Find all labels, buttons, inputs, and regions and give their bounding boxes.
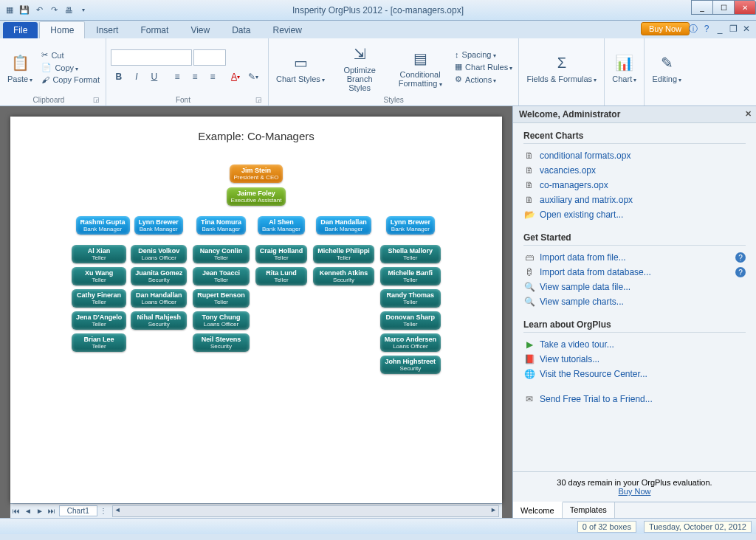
actions-button[interactable]: ⚙Actions (453, 74, 514, 85)
h-scrollbar[interactable] (112, 505, 499, 517)
node-employee[interactable]: Michelle PhilippiTeller (313, 245, 374, 263)
tab-home[interactable]: Home (39, 21, 85, 38)
sample-charts-link[interactable]: 🔍View sample charts... (523, 294, 746, 309)
node-employee[interactable]: Brian LeeTeller (72, 333, 126, 352)
minimize-button[interactable]: _ (691, 0, 713, 15)
node-employee[interactable]: Craig HollandTeller (255, 245, 308, 263)
node-ceo[interactable]: Jim SteinPresident & CEO (230, 165, 284, 183)
node-employee[interactable]: Nihal RahjeshSecurity (131, 311, 187, 330)
help-icon[interactable]: ? (735, 267, 746, 277)
chart-page[interactable]: Example: Co-Managers Jim SteinPresident … (10, 117, 502, 503)
node-employee[interactable]: Juanita GomezSecurity (131, 267, 187, 285)
tab-data[interactable]: Data (221, 21, 261, 38)
spacing-button[interactable]: ↕Spacing (453, 49, 514, 60)
node-employee[interactable]: Jena D'AngeloTeller (72, 311, 126, 330)
sheet-first[interactable]: ⏮ (10, 507, 22, 515)
sheet-prev[interactable]: ◄ (22, 507, 34, 515)
node-manager[interactable]: Rashmi GuptaBank Manager (76, 216, 130, 235)
qat-dropdown[interactable] (77, 4, 90, 17)
redo-icon[interactable]: ↷ (47, 4, 61, 17)
node-employee[interactable]: Cathy FineranTeller (72, 289, 126, 308)
cut-button[interactable]: ✂Cut (40, 49, 101, 60)
node-employee[interactable]: Tony ChungLoans Officer (193, 311, 250, 330)
node-employee[interactable]: Marco AndersenLoans Officer (380, 333, 441, 352)
node-employee[interactable]: Nancy ConlinTeller (193, 245, 250, 263)
font-size-select[interactable] (193, 49, 226, 66)
chart-rules-button[interactable]: ▦Chart Rules (453, 61, 514, 72)
save-icon[interactable]: 💾 (18, 4, 31, 17)
sample-file-link[interactable]: 🔍View sample data file... (523, 280, 746, 294)
node-employee[interactable]: Xu WangTeller (72, 267, 126, 285)
node-employee[interactable]: Donovan SharpTeller (380, 311, 441, 330)
node-employee[interactable]: Al XianTeller (72, 245, 126, 263)
editing-button[interactable]: ✎Editing (649, 40, 684, 94)
video-tour-link[interactable]: ▶Take a video tour... (523, 337, 746, 352)
node-employee[interactable]: Shella MalloryTeller (380, 245, 441, 263)
node-employee[interactable]: Denis VolkovLoans Officer (131, 245, 187, 263)
node-employee[interactable]: Dan HandallanLoans Officer (131, 289, 187, 308)
open-existing-link[interactable]: 📂Open existing chart... (523, 207, 746, 222)
bold-button[interactable]: B (111, 69, 127, 85)
node-employee[interactable]: Randy ThomasTeller (380, 289, 441, 308)
file-tab[interactable]: File (3, 22, 38, 38)
recent-item[interactable]: 🗎vacancies.opx (523, 163, 746, 178)
clipboard-launcher[interactable]: ◲ (93, 96, 100, 103)
panel-close-icon[interactable]: ✕ (745, 109, 752, 119)
trial-buy-link[interactable]: Buy Now (618, 487, 650, 496)
mdi-minimize-icon[interactable]: _ (715, 24, 725, 34)
fields-formulas-button[interactable]: ΣFields & Formulas (523, 40, 599, 94)
tab-review[interactable]: Review (262, 21, 313, 38)
import-file-link[interactable]: 🗃Import data from file...? (523, 250, 746, 265)
highlight-button[interactable]: ✎ (245, 69, 261, 85)
undo-icon[interactable]: ↶ (32, 4, 46, 17)
node-employee[interactable]: Jean ToacciTeller (193, 267, 250, 285)
align-right-button[interactable]: ≡ (205, 69, 221, 85)
chart-styles-button[interactable]: ▭Chart Styles (273, 40, 328, 94)
node-manager[interactable]: Lynn BrewerBank Manager (386, 216, 435, 235)
tab-view[interactable]: View (179, 21, 221, 38)
node-employee[interactable]: Michelle BanfiTeller (380, 267, 441, 285)
node-employee[interactable]: Neil StevensSecurity (193, 333, 250, 352)
font-launcher[interactable]: ◲ (255, 96, 262, 103)
node-ea[interactable]: Jaime FoleyExecutive Assistant (227, 187, 286, 206)
panel-tab-templates[interactable]: Templates (563, 502, 615, 518)
print-icon[interactable]: 🖶 (62, 4, 75, 17)
underline-button[interactable]: U (146, 69, 162, 85)
node-employee[interactable]: Rupert BensonTeller (193, 289, 250, 308)
sheet-tab[interactable]: Chart1 (59, 505, 97, 516)
mdi-close-icon[interactable]: ✕ (741, 24, 752, 34)
help-icon[interactable]: ? (735, 252, 746, 263)
italic-button[interactable]: I (128, 69, 145, 85)
align-left-button[interactable]: ≡ (169, 69, 185, 85)
sheet-options[interactable]: ⋮ (97, 507, 109, 515)
conditional-formatting-button[interactable]: ▤Conditional Formatting (391, 40, 449, 94)
node-manager[interactable]: Lynn BrewerBank Manager (134, 216, 183, 235)
copy-format-button[interactable]: 🖌Copy Format (40, 75, 101, 85)
align-center-button[interactable]: ≡ (187, 69, 203, 85)
maximize-button[interactable]: ☐ (712, 0, 735, 15)
copy-button[interactable]: 📄Copy (40, 62, 101, 73)
node-manager[interactable]: Tina NomuraBank Manager (196, 216, 246, 235)
help-icon[interactable]: ? (701, 24, 712, 34)
resource-center-link[interactable]: 🌐Visit the Resource Center... (523, 367, 746, 381)
tab-insert[interactable]: Insert (85, 21, 129, 38)
font-color-button[interactable]: A (227, 69, 244, 85)
font-family-select[interactable] (111, 49, 192, 66)
optimize-button[interactable]: ⇲Optimize Branch Styles (332, 40, 387, 94)
import-db-link[interactable]: 🛢Import data from database...? (523, 265, 746, 280)
send-trial-link[interactable]: ✉Send Free Trial to a Friend... (523, 392, 746, 406)
tutorials-link[interactable]: 📕View tutorials... (523, 352, 746, 367)
mdi-restore-icon[interactable]: ❐ (728, 24, 738, 34)
recent-item[interactable]: 🗎auxiliary and matrix.opx (523, 193, 746, 207)
close-button[interactable]: ✕ (734, 0, 756, 15)
node-employee[interactable]: Rita LundTeller (255, 267, 308, 285)
info-icon[interactable]: ⓘ (688, 24, 698, 34)
chart-button[interactable]: 📊Chart (609, 40, 639, 94)
tab-format[interactable]: Format (129, 21, 179, 38)
sheet-last[interactable]: ⏭ (46, 507, 58, 515)
sheet-next[interactable]: ► (34, 507, 46, 515)
app-icon[interactable]: ▦ (3, 4, 16, 17)
buy-now-button[interactable]: Buy Now (641, 22, 690, 35)
node-employee[interactable]: John HighstreetSecurity (380, 356, 441, 374)
paste-button[interactable]: 📋Paste (4, 40, 35, 94)
